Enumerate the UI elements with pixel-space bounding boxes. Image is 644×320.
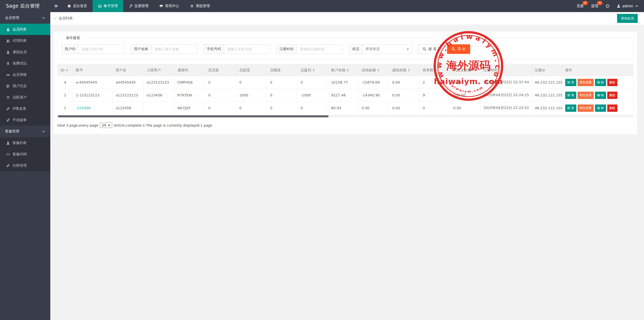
table-cell: 0 [205,89,236,102]
topnav-item-home[interactable]: 后台首页 [62,0,93,12]
withdraw-link[interactable]: 提现 0 [591,4,598,8]
table-cell: 0.00 [389,102,419,115]
refresh-icon[interactable] [606,4,609,8]
finance-button[interactable]: 财 务 [565,104,576,112]
edit-button[interactable]: 编 辑 [595,79,606,86]
sidebar-section-member-management[interactable]: 会员管理 [0,12,50,24]
table-cell: 0 [236,76,267,89]
user-id-input[interactable] [79,45,125,54]
sort-icon[interactable]: ▲▼ [347,69,348,72]
sidebar-item-label: 会员列表 [13,27,27,32]
search-row: 用户ID 用户名称 手机号码 注册时间 状态 所有状态 ▼ 搜 索 [61,44,629,54]
search-field-label: 用户ID [62,45,79,54]
sidebar-item-active-users[interactable]: 活跃用户 [0,92,50,103]
topnav-item-system[interactable]: 系统管理 [185,0,215,12]
withdraw-label: 提现 [591,4,598,8]
breadcrumb: 会员列表 [59,16,73,21]
table-cell: 0 [267,89,297,102]
column-header: 用户名 [112,64,143,76]
search-button-label: 搜 索 [428,47,436,51]
table-cell: a123123123 [112,89,143,102]
table-cell: -15676.69 [358,76,389,89]
chevron-down-icon: ▼ [407,48,409,51]
topnav-item-account[interactable]: 账号管理 [93,0,123,12]
sidebar-item-service-code[interactable]: 客服代码 [0,149,50,160]
search-legend: 条件搜索 [63,36,83,40]
table-cell: 1000 [236,89,267,102]
hidden-deduction-settings-button[interactable]: 暗扣设置 [578,92,594,99]
sidebar-item-label: 客服代码 [13,152,27,157]
user-menu[interactable]: admin [617,4,638,8]
sidebar-item-user-logs[interactable]: 用户日志 [0,80,50,92]
delete-button[interactable]: 删除 [607,92,617,99]
edit-button[interactable]: 编 辑 [595,104,606,112]
page-size-select[interactable]: 20 ▼ [100,123,112,128]
sidebar: 会员管理 会员列表 代理列表 虚拟会员 免费试玩 会员等级 用户日志 活跃用户 … [0,12,50,320]
column-header[interactable]: 冻结金额▲▼ [358,64,389,76]
user-secret-icon [6,141,10,145]
column-header[interactable]: 虚拟余额▲▼ [389,64,419,76]
edit-button[interactable]: 编 辑 [595,92,606,99]
sort-icon[interactable]: ▲▼ [378,69,379,72]
finance-button[interactable]: 财 务 [565,79,576,86]
delete-button[interactable]: 删除 [607,79,617,86]
phone-number-input[interactable] [224,45,270,54]
sidebar-item-agent-list[interactable]: 代理列表 [0,35,50,46]
export-button[interactable]: 导 出 [447,44,470,54]
column-header[interactable]: 抢单数▲▼ [420,64,450,76]
sidebar-item-member-list[interactable]: 会员列表 [0,24,50,35]
table-cell: a123456 [144,89,174,102]
topnav-item-label: 账号管理 [104,4,118,8]
recharge-link[interactable]: 充值 0 [577,4,584,8]
register-time-input[interactable] [297,45,343,54]
sidebar-item-member-level[interactable]: 会员等级 [0,69,50,80]
search-button[interactable]: 搜 索 [418,44,441,54]
column-header[interactable]: 总盈利▲▼ [297,64,328,76]
sort-icon[interactable]: ▲▼ [435,69,436,72]
home-icon [67,4,71,8]
delete-button[interactable]: 删除 [607,104,617,112]
table-cell: 0.00 [358,102,389,115]
chevron-down-icon: ▼ [108,124,110,127]
column-header[interactable]: ID▲▼ [58,64,73,76]
sort-icon[interactable]: ▲▼ [313,69,314,72]
column-header: 注册ip [532,64,562,76]
topnav-item-trade[interactable]: 交易管理 [123,0,154,12]
pagination-prefix: total 3 page,every page [57,123,98,127]
finance-button[interactable]: 财 务 [565,92,576,99]
table-cell: a-44545445 [73,76,112,89]
table-cell: 0 [297,76,328,89]
sidebar-item-ip-blacklist[interactable]: IP黑名单 [0,103,50,114]
column-header[interactable]: 账户余额▲▼ [328,64,358,76]
hidden-deduction-settings-button[interactable]: 暗扣设置 [578,104,594,112]
gavel-icon [129,4,132,8]
table-cell: 0.00 [389,89,419,102]
sidebar-item-service-list[interactable]: 客服列表 [0,137,50,149]
sidebar-item-group-management[interactable]: 分组管理 [0,160,50,171]
horizontal-scrollbar-track[interactable] [57,115,633,118]
sort-icon[interactable]: ▲▼ [408,69,410,72]
sidebar-item-manual-dispatch[interactable]: 手动派单 [0,114,50,126]
topnav-item-label: 交易管理 [134,4,148,8]
sidebar-item-free-trial[interactable]: 免费试玩 [0,58,50,69]
horizontal-scrollbar-thumb[interactable] [58,115,329,117]
column-header: 上级用户 [144,64,174,76]
table-header-row: ID▲▼ 账号 用户名 上级用户 邀请码 总充值 总提现 总赠送 [58,64,633,76]
user-name-input[interactable] [151,45,197,54]
table-cell: 0 [236,102,267,115]
status-select[interactable]: 所有状态 ▼ [363,45,412,54]
table-cell: -123456 [73,102,112,115]
add-member-button[interactable]: 添加会员 [617,14,638,23]
account-link[interactable]: -123456 [76,106,91,110]
search-fieldset: 条件搜索 用户ID 用户名称 手机号码 注册时间 状态 所有状态 ▼ [57,36,633,59]
hamburger-icon[interactable] [50,0,62,12]
content-card: 条件搜索 用户ID 用户名称 手机号码 注册时间 状态 所有状态 ▼ [54,32,637,134]
table-cell: 2 [58,89,73,102]
sidebar-item-virtual-members[interactable]: 虚拟会员 [0,46,50,58]
table-cell: 1 [58,102,73,115]
sort-icon[interactable]: ▲▼ [66,69,68,72]
sidebar-item-label: 客服列表 [13,141,27,145]
hidden-deduction-settings-button[interactable]: 暗扣设置 [578,79,594,86]
sidebar-section-service-management[interactable]: 客服管理 [0,126,50,137]
topnav-item-news[interactable]: 资讯中心 [154,0,185,12]
